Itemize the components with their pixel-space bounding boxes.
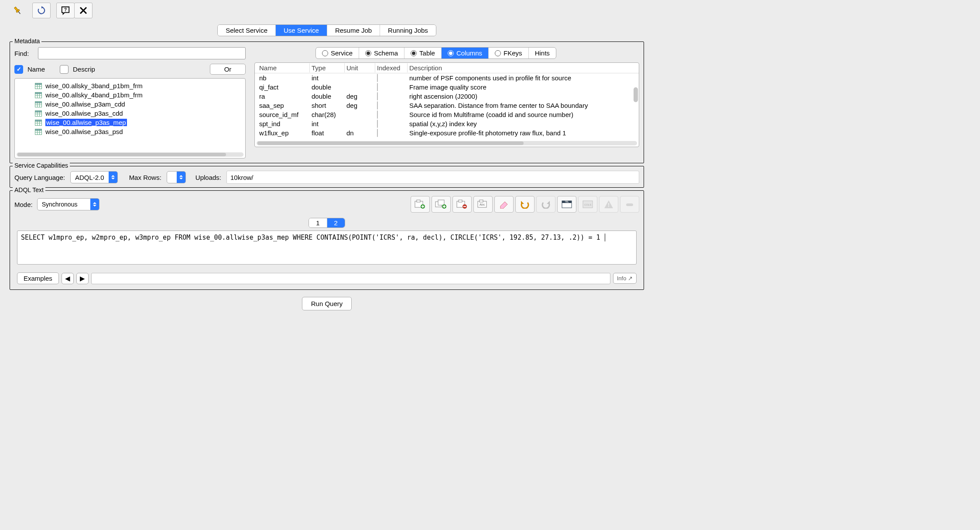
svg-line-2 — [18, 11, 20, 14]
table-item[interactable]: wise_00.allsky_4band_p1bm_frm — [15, 90, 245, 100]
seg-service[interactable]: Service — [316, 48, 359, 59]
seg-schema[interactable]: Schema — [359, 48, 404, 59]
descrip-label: Descrip — [73, 65, 95, 73]
query-language-select[interactable]: ADQL-2.0 — [70, 171, 118, 183]
svg-rect-37 — [417, 200, 420, 202]
mode-select[interactable]: Synchronous — [37, 198, 100, 210]
or-button[interactable]: Or — [210, 64, 246, 75]
indexed-checkbox[interactable] — [377, 74, 378, 82]
svg-text:!: ! — [608, 202, 610, 208]
column-row[interactable]: w1flux_epfloatdnSingle-exposure profile-… — [255, 128, 639, 138]
svg-rect-7 — [35, 83, 42, 85]
metadata-panel: Metadata Find: Name Descrip Or wise_00.a… — [10, 41, 644, 163]
seg-fkeys[interactable]: FKeys — [489, 48, 529, 59]
copy-tab-button[interactable] — [432, 196, 451, 213]
fix-button[interactable] — [620, 196, 639, 213]
svg-rect-47 — [459, 200, 462, 202]
column-row[interactable]: radoubledegright ascension (J2000) — [255, 92, 639, 101]
tab-resume-job[interactable]: Resume Job — [327, 25, 380, 36]
indexed-checkbox[interactable] — [377, 110, 378, 119]
max-rows-select[interactable] — [167, 171, 186, 183]
indexed-checkbox[interactable] — [377, 92, 378, 100]
svg-text:TBL: TBL — [565, 200, 569, 203]
svg-text:COLS: COLS — [584, 203, 591, 206]
warning-button[interactable]: ! — [599, 196, 618, 213]
name-checkbox[interactable] — [14, 65, 23, 74]
indexed-checkbox[interactable] — [377, 101, 378, 110]
mode-label: Mode: — [14, 201, 33, 208]
table-item[interactable]: wise_00.allsky_3band_p1bm_frm — [15, 81, 245, 90]
indexed-checkbox[interactable] — [377, 129, 378, 137]
table-list[interactable]: wise_00.allsky_3band_p1bm_frmwise_00.all… — [14, 78, 246, 158]
seg-columns[interactable]: Columns — [442, 48, 489, 59]
examples-button[interactable]: Examples — [17, 272, 59, 284]
tab-running-jobs[interactable]: Running Jobs — [380, 25, 436, 36]
columns-table[interactable]: Name Type Unit Indexed Description nbint… — [254, 62, 639, 147]
query-language-label: Query Language: — [14, 174, 65, 181]
column-row[interactable]: nbintnumber of PSF components used in pr… — [255, 73, 639, 83]
next-example-button[interactable]: ▶ — [76, 273, 89, 284]
column-row[interactable]: spt_indintspatial (x,y,z) index key — [255, 119, 639, 128]
svg-rect-51 — [480, 200, 483, 202]
caps-legend: Service Capabilities — [13, 162, 70, 169]
svg-rect-17 — [35, 101, 42, 103]
svg-text:?: ? — [64, 7, 67, 12]
adql-panel: ADQL Text Mode: Synchronous Abc TBL COLS… — [10, 190, 644, 290]
uploads-field: 10krow/ — [226, 171, 639, 184]
example-status — [91, 273, 610, 284]
hscrollbar-cols[interactable] — [257, 141, 637, 145]
indexed-checkbox[interactable] — [377, 120, 378, 128]
add-tab-button[interactable] — [411, 196, 430, 213]
seg-table[interactable]: Table — [404, 48, 442, 59]
tab-select-service[interactable]: Select Service — [218, 25, 276, 36]
find-label: Find: — [14, 50, 34, 57]
info-button[interactable]: Info ↗ — [613, 273, 637, 284]
svg-rect-27 — [35, 120, 42, 121]
max-rows-label: Max Rows: — [129, 174, 161, 181]
insert-cols-button[interactable]: COLS — [578, 196, 597, 213]
help-button[interactable]: ? — [56, 3, 75, 18]
table-item[interactable]: wise_00.allwise_p3as_psd — [15, 127, 245, 136]
svg-rect-12 — [35, 92, 42, 94]
remove-tab-button[interactable] — [452, 196, 472, 213]
pin-icon[interactable] — [9, 3, 26, 18]
redo-button[interactable] — [536, 196, 555, 213]
vscrollbar[interactable] — [634, 74, 638, 140]
adql-tab-1[interactable]: 1 — [309, 218, 327, 227]
column-row[interactable]: source_id_mfchar(28)Source id from Multi… — [255, 110, 639, 119]
uploads-label: Uploads: — [195, 174, 221, 181]
metadata-legend: Metadata — [13, 38, 41, 45]
prev-example-button[interactable]: ◀ — [62, 273, 74, 284]
seg-hints[interactable]: Hints — [529, 48, 556, 59]
descrip-checkbox[interactable] — [60, 65, 69, 74]
table-item[interactable]: wise_00.allwise_p3as_cdd — [15, 109, 245, 118]
close-button[interactable] — [74, 3, 93, 18]
svg-rect-32 — [35, 129, 42, 131]
columns-header: Name Type Unit Indexed Description — [255, 63, 639, 73]
undo-button[interactable] — [515, 196, 535, 213]
indexed-checkbox[interactable] — [377, 83, 378, 91]
rename-tab-button[interactable]: Abc — [473, 196, 493, 213]
tab-use-service[interactable]: Use Service — [276, 25, 327, 36]
svg-rect-42 — [438, 200, 444, 205]
column-row[interactable]: saa_sepshortdegSAA separation. Distance … — [255, 101, 639, 110]
clear-button[interactable] — [494, 196, 514, 213]
capabilities-panel: Service Capabilities Query Language: ADQ… — [10, 166, 644, 188]
hscrollbar[interactable] — [17, 152, 243, 157]
table-item[interactable]: wise_00.allwise_p3am_cdd — [15, 100, 245, 109]
insert-table-button[interactable]: TBL — [557, 196, 576, 213]
name-label: Name — [27, 65, 45, 73]
adql-tab-2[interactable]: 2 — [327, 218, 345, 227]
run-query-button[interactable]: Run Query — [302, 297, 352, 310]
table-item[interactable]: wise_00.allwise_p3as_mep — [15, 118, 245, 127]
column-row[interactable]: qi_factdoubleFrame image quality score — [255, 83, 639, 92]
svg-rect-59 — [626, 203, 633, 206]
find-input[interactable] — [38, 47, 246, 59]
adql-query-input[interactable]: SELECT w1mpro_ep, w2mpro_ep, w3mpro_ep F… — [17, 231, 637, 265]
svg-text:Abc: Abc — [480, 203, 485, 206]
reload-button[interactable] — [32, 3, 51, 18]
adql-legend: ADQL Text — [13, 186, 45, 193]
svg-rect-22 — [35, 110, 42, 112]
